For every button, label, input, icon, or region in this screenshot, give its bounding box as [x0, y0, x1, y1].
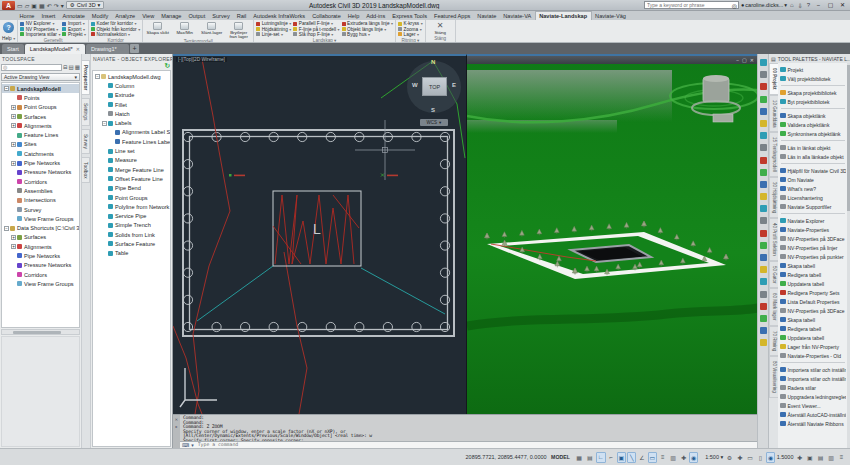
- viewport-close-button[interactable]: ✕: [750, 56, 754, 64]
- palette-tool-item[interactable]: Skapa tabell: [780, 261, 846, 270]
- vertical-toolbar-icon[interactable]: [760, 303, 767, 310]
- palette-tool-item[interactable]: Skapa objektlänk: [780, 111, 846, 120]
- close-button[interactable]: ✕: [837, 1, 848, 10]
- ribbon-tab-rail[interactable]: Rail: [233, 12, 250, 20]
- object-explorer-item[interactable]: Merge Feature Line: [93, 165, 170, 174]
- vertical-toolbar-icon[interactable]: [760, 71, 767, 78]
- palette-tab-60-mark-lager[interactable]: 60 Mark lager: [769, 288, 778, 326]
- prospector-item[interactable]: −Data Shortcuts [C:\Civil 3D Project...]: [2, 223, 79, 232]
- status-toggle-icon[interactable]: ▤: [816, 452, 826, 463]
- status-toggle-icon[interactable]: ∟: [596, 452, 606, 463]
- viewcube-top-face[interactable]: TOP: [422, 77, 447, 96]
- prospector-item[interactable]: +Surfaces: [2, 112, 79, 121]
- status-toggle-icon[interactable]: ✚: [679, 452, 688, 463]
- annotation-scale[interactable]: 1:500 ▾: [705, 454, 723, 460]
- ribbon-button[interactable]: Projekt▾: [62, 32, 86, 37]
- palette-tool-item[interactable]: Naviate-Properties - Old: [780, 351, 846, 360]
- search-icon[interactable]: ◎: [732, 2, 737, 9]
- drawing-tab-start[interactable]: Start: [2, 44, 24, 54]
- ribbon-tab-view[interactable]: View: [139, 12, 158, 20]
- ribbon-button[interactable]: Bygg hus▾: [342, 32, 394, 37]
- ribbon-tab-survey[interactable]: Survey: [209, 12, 233, 20]
- object-explorer-item[interactable]: Hatch: [93, 109, 170, 118]
- object-explorer-item[interactable]: Simple Trench: [93, 221, 170, 230]
- status-toggle-icon[interactable]: ◉: [689, 452, 698, 463]
- command-gutter-icon[interactable]: ✕: [175, 417, 178, 422]
- expand-toggle-icon[interactable]: −: [95, 74, 100, 79]
- vertical-toolbar-icon[interactable]: [760, 181, 767, 188]
- palette-tab-40-profil-sektion[interactable]: 40 Profil Sektion: [769, 218, 778, 261]
- object-explorer-item[interactable]: −LandskapModell.dwg: [93, 72, 170, 81]
- palette-tab-80-visualisering[interactable]: 80 Visualisering: [769, 356, 778, 398]
- vertical-toolbar-icon[interactable]: [760, 291, 767, 298]
- vertical-toolbar-icon[interactable]: [760, 205, 767, 212]
- toolspace-tab-survey[interactable]: Survey: [82, 129, 90, 154]
- palette-tab-50-gator[interactable]: 50 Gator: [769, 261, 778, 289]
- prospector-item[interactable]: Corridors: [2, 270, 79, 279]
- ribbon-tab-home[interactable]: Home: [16, 12, 38, 20]
- ribbon-tab-analyze[interactable]: Analyze: [112, 12, 139, 20]
- viewcube-west[interactable]: W: [412, 82, 418, 88]
- ribbon-tab-output[interactable]: Output: [185, 12, 209, 20]
- prospector-item[interactable]: Points: [2, 93, 79, 102]
- ribbon-big-button[interactable]: Skapa skikt: [145, 20, 170, 39]
- ribbon-tab-naviate-v-g[interactable]: Naviate-Väg: [592, 12, 630, 20]
- prospector-item[interactable]: +Alignments: [2, 242, 79, 251]
- toolspace-toolbar-icon[interactable]: ▦: [75, 64, 80, 70]
- toolspace-toolbar-icon[interactable]: ▤: [69, 64, 74, 70]
- status-toggle-icon[interactable]: ▭: [648, 452, 658, 463]
- prospector-item[interactable]: +Point Groups: [2, 103, 79, 112]
- status-toggle-icon[interactable]: ╲: [627, 452, 636, 463]
- viewcube-wcs-menu[interactable]: WCS▾: [420, 119, 448, 126]
- qat-button-icon[interactable]: ↷: [54, 2, 59, 9]
- object-explorer-item[interactable]: Table: [93, 249, 170, 258]
- chevron-down-icon[interactable]: ▾: [191, 442, 194, 448]
- status-toggle-icon[interactable]: ▦: [574, 452, 584, 463]
- palette-tool-item[interactable]: Uppgradera ledningsregler: [780, 392, 846, 401]
- ribbon-tab-manage[interactable]: Manage: [158, 12, 185, 20]
- ribbon-tab-help[interactable]: Help: [344, 12, 363, 20]
- expand-toggle-icon[interactable]: +: [11, 105, 16, 110]
- expand-toggle-icon[interactable]: +: [11, 161, 16, 166]
- object-explorer-item[interactable]: Solids from Link: [93, 230, 170, 239]
- vertical-toolbar-icon[interactable]: [760, 266, 767, 273]
- viewport-3d-perspective[interactable]: −▢✕: [466, 54, 757, 414]
- new-drawing-button[interactable]: +: [130, 44, 139, 53]
- palette-tool-item[interactable]: Licenshantering: [780, 193, 846, 202]
- palette-tool-item[interactable]: Importera stilar och inställninga...: [780, 374, 846, 383]
- viewport-2d-plan[interactable]: [-][Top][2D Wireframe]: [173, 54, 466, 414]
- toolspace-toolbar-icon[interactable]: ⊟: [63, 64, 68, 70]
- prospector-item[interactable]: View Frame Groups: [2, 279, 79, 288]
- minimize-button[interactable]: −: [813, 1, 824, 10]
- vertical-toolbar-icon[interactable]: [760, 327, 767, 334]
- qat-button-icon[interactable]: ▦: [39, 2, 45, 9]
- help-search-input[interactable]: [646, 2, 732, 8]
- vertical-toolbar-icon[interactable]: [760, 169, 767, 176]
- close-icon[interactable]: ✕: [76, 44, 80, 54]
- command-input[interactable]: [196, 441, 755, 448]
- object-explorer-item[interactable]: Column: [93, 81, 170, 90]
- palette-tool-item[interactable]: Välj projektbibliotek: [780, 74, 846, 83]
- palette-tool-item[interactable]: Radera stilar: [780, 383, 846, 392]
- palette-tool-item[interactable]: What's new?: [780, 184, 846, 193]
- status-toggle-icon[interactable]: ▥: [668, 452, 678, 463]
- vertical-toolbar-icon[interactable]: [760, 157, 767, 164]
- palette-tool-item[interactable]: Naviate-Properties: [780, 225, 846, 234]
- vertical-toolbar-icon[interactable]: [760, 339, 767, 346]
- status-toggle-icon[interactable]: ≡: [837, 452, 846, 463]
- vertical-toolbar-icon[interactable]: [760, 242, 767, 249]
- viewcube-east[interactable]: E: [452, 82, 456, 88]
- palette-tool-item[interactable]: Om Naviate: [780, 175, 846, 184]
- palette-tool-item[interactable]: Synkronisera objektlänk: [780, 129, 846, 138]
- palette-tab-30-h-jds-ttning[interactable]: 30 Höjdsättning: [769, 177, 778, 218]
- qat-button-icon[interactable]: ▣: [31, 2, 37, 9]
- palette-tool-item[interactable]: NV-Properties på 3DFace: [780, 234, 846, 243]
- ribbon-big-button[interactable]: Brytlinjer från lager: [226, 20, 251, 39]
- status-toggle-icon[interactable]: ▣: [617, 452, 627, 463]
- palette-tab-10-grunddata[interactable]: 10 Grunddata: [769, 95, 778, 133]
- palette-tool-item[interactable]: NV-Properties på punkter: [780, 252, 846, 261]
- status-toggle-icon[interactable]: ∠: [637, 452, 646, 463]
- palette-tool-item[interactable]: Validera objektlänk: [780, 120, 846, 129]
- object-explorer-item[interactable]: Point Groups: [93, 193, 170, 202]
- ribbon-tab-add-ins[interactable]: Add-ins: [363, 12, 389, 20]
